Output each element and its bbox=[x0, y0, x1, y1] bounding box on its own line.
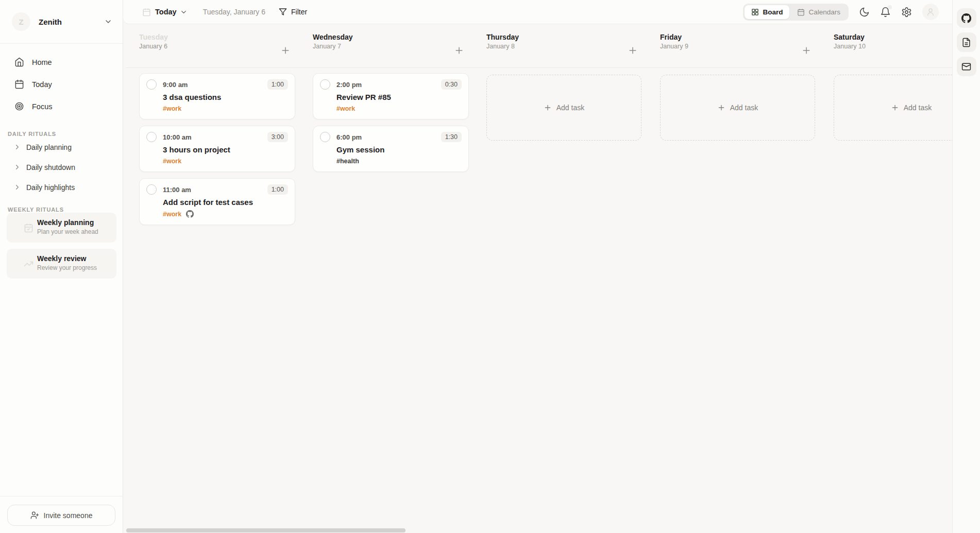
workspace-name: Zenith bbox=[39, 18, 62, 26]
sidebar-item-today[interactable]: Today bbox=[0, 73, 123, 95]
ritual-label: Daily highlights bbox=[26, 183, 75, 192]
column-day-label: Friday bbox=[660, 24, 816, 41]
add-task-placeholder[interactable]: Add task bbox=[834, 75, 952, 141]
focus-target-icon bbox=[14, 101, 24, 111]
task-checkbox[interactable] bbox=[146, 132, 157, 142]
workspace-avatar-letter: Z bbox=[19, 18, 23, 26]
task-time: 9:00 am bbox=[163, 81, 188, 89]
ritual-card-text: Weekly review Review your progress bbox=[37, 254, 97, 271]
notifications-button[interactable] bbox=[880, 7, 891, 18]
ritual-daily-shutdown[interactable]: Daily shutdown bbox=[0, 157, 123, 177]
topbar: Today Tuesday, January 6 Filter Board bbox=[123, 0, 952, 24]
board-column-wednesday: WednesdayJanuary 72:00 pm0:30Review PR #… bbox=[313, 24, 469, 533]
workspace-avatar: Z bbox=[12, 12, 30, 31]
task-tag: #work bbox=[163, 211, 181, 218]
daily-rituals-header: DAILY RITUALS bbox=[0, 131, 123, 137]
column-add-button[interactable] bbox=[801, 45, 812, 56]
calendar-icon bbox=[14, 79, 24, 89]
invite-someone-label: Invite someone bbox=[44, 511, 93, 520]
task-title: 3 hours on project bbox=[163, 145, 288, 154]
column-date-label: January 6 bbox=[139, 43, 295, 50]
task-time: 10:00 am bbox=[163, 133, 192, 141]
board-column-saturday: SaturdayJanuary 10Add task bbox=[834, 24, 952, 533]
ritual-label: Daily planning bbox=[26, 143, 72, 151]
settings-button[interactable] bbox=[901, 7, 912, 18]
workspace-switcher[interactable]: Z Zenith bbox=[0, 0, 123, 43]
task-time: 2:00 pm bbox=[336, 81, 362, 89]
add-task-label: Add task bbox=[556, 104, 584, 112]
ritual-card-subtitle: Review your progress bbox=[37, 264, 97, 271]
task-checkbox[interactable] bbox=[146, 184, 157, 195]
mail-button[interactable] bbox=[957, 57, 976, 76]
task-tags: #work bbox=[163, 105, 288, 112]
task-card[interactable]: 11:00 am1:00Add script for test cases#wo… bbox=[139, 178, 295, 225]
user-avatar[interactable] bbox=[922, 4, 939, 20]
sidebar-footer: Invite someone bbox=[0, 496, 123, 533]
task-title: 3 dsa questions bbox=[163, 93, 288, 101]
horizontal-scrollbar-thumb[interactable] bbox=[126, 528, 405, 532]
dark-mode-toggle[interactable] bbox=[859, 7, 870, 18]
plus-icon bbox=[717, 104, 725, 112]
add-task-placeholder[interactable]: Add task bbox=[660, 75, 815, 141]
view-toggle-board[interactable]: Board bbox=[745, 5, 789, 19]
ritual-card-weekly-planning[interactable]: Weekly planning Plan your week ahead bbox=[7, 213, 116, 243]
task-title: Add script for test cases bbox=[163, 198, 288, 207]
view-toggle-label: Board bbox=[763, 8, 783, 16]
file-text-icon bbox=[961, 38, 971, 47]
add-task-label: Add task bbox=[730, 104, 758, 112]
topbar-left: Today Tuesday, January 6 Filter bbox=[142, 0, 307, 24]
chevron-right-icon bbox=[13, 183, 21, 191]
filter-button[interactable]: Filter bbox=[279, 8, 307, 16]
task-checkbox[interactable] bbox=[146, 79, 157, 90]
task-card[interactable]: 6:00 pm1:30Gym session#health bbox=[313, 126, 469, 172]
home-icon bbox=[14, 57, 24, 67]
board-column-friday: FridayJanuary 9Add task bbox=[660, 24, 816, 533]
add-task-placeholder[interactable]: Add task bbox=[486, 75, 641, 141]
ritual-card-title: Weekly planning bbox=[37, 218, 98, 227]
plus-icon bbox=[280, 45, 291, 56]
view-toggle-calendars[interactable]: Calendars bbox=[790, 5, 847, 19]
github-icon bbox=[186, 210, 194, 218]
chevron-down-icon[interactable] bbox=[180, 8, 188, 16]
sidebar-item-focus[interactable]: Focus bbox=[0, 95, 123, 117]
github-link-button[interactable] bbox=[957, 8, 976, 28]
column-cards: 9:00 am1:003 dsa questions#work10:00 am3… bbox=[139, 73, 295, 231]
task-tags: #work bbox=[336, 105, 462, 112]
task-tag: #work bbox=[336, 105, 355, 112]
task-time: 6:00 pm bbox=[336, 133, 362, 141]
task-duration-badge: 1:30 bbox=[441, 132, 462, 142]
task-checkbox[interactable] bbox=[320, 132, 330, 142]
view-toggle-label: Calendars bbox=[808, 8, 840, 16]
task-card[interactable]: 2:00 pm0:30Review PR #85#work bbox=[313, 73, 469, 119]
task-card-header: 2:00 pm0:30 bbox=[320, 79, 462, 90]
calendar-faint-icon bbox=[142, 8, 151, 16]
task-card[interactable]: 10:00 am3:003 hours on project#work bbox=[139, 126, 295, 172]
column-date-label: January 8 bbox=[486, 43, 643, 50]
board: TuesdayJanuary 69:00 am1:003 dsa questio… bbox=[123, 24, 952, 533]
sidebar-item-home[interactable]: Home bbox=[0, 51, 123, 73]
task-duration-badge: 0:30 bbox=[441, 79, 462, 90]
column-add-button[interactable] bbox=[453, 45, 465, 56]
invite-someone-button[interactable]: Invite someone bbox=[7, 505, 115, 526]
plus-icon bbox=[454, 45, 464, 56]
task-checkbox[interactable] bbox=[320, 79, 330, 90]
column-date-label: January 10 bbox=[834, 43, 952, 50]
ritual-card-title: Weekly review bbox=[37, 254, 97, 263]
task-duration-badge: 1:00 bbox=[267, 184, 288, 195]
sidebar-item-label: Today bbox=[32, 80, 52, 89]
task-tags: #health bbox=[336, 158, 462, 165]
user-icon bbox=[926, 7, 935, 16]
ritual-daily-highlights[interactable]: Daily highlights bbox=[0, 177, 123, 197]
ritual-daily-planning[interactable]: Daily planning bbox=[0, 137, 123, 157]
moon-icon bbox=[859, 7, 870, 18]
notification-dot bbox=[888, 5, 892, 9]
task-card[interactable]: 9:00 am1:003 dsa questions#work bbox=[139, 73, 295, 119]
gear-icon bbox=[901, 7, 912, 18]
date-range-selector[interactable]: Today bbox=[155, 8, 177, 16]
column-add-button[interactable] bbox=[280, 45, 291, 56]
ritual-card-weekly-review[interactable]: Weekly review Review your progress bbox=[7, 249, 116, 279]
column-add-button[interactable] bbox=[627, 45, 638, 56]
docs-button[interactable] bbox=[957, 32, 976, 52]
funnel-icon bbox=[279, 8, 287, 16]
plus-icon bbox=[544, 104, 552, 112]
